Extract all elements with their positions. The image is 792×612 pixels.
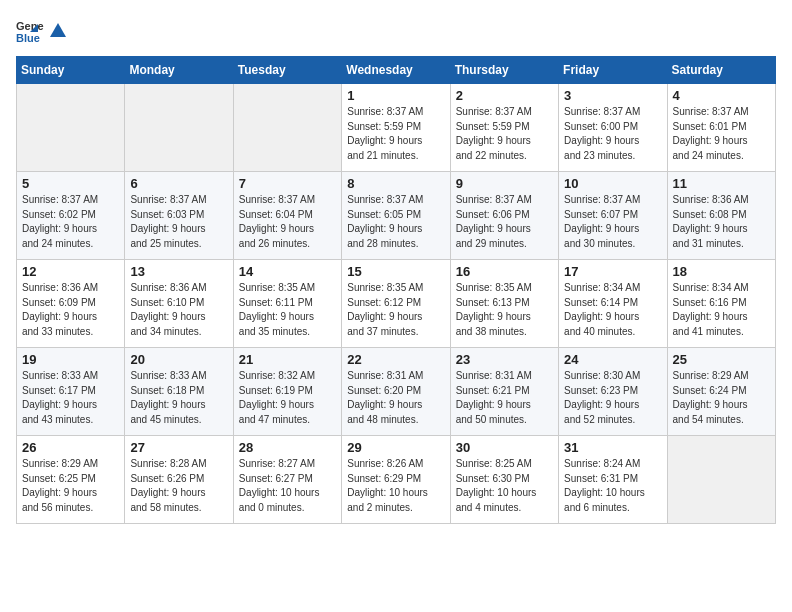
day-info: Sunrise: 8:37 AM Sunset: 6:04 PM Dayligh… (239, 193, 336, 251)
day-cell: 18Sunrise: 8:34 AM Sunset: 6:16 PM Dayli… (667, 260, 775, 348)
day-info: Sunrise: 8:34 AM Sunset: 6:14 PM Dayligh… (564, 281, 661, 339)
day-header-row: SundayMondayTuesdayWednesdayThursdayFrid… (17, 57, 776, 84)
day-cell: 30Sunrise: 8:25 AM Sunset: 6:30 PM Dayli… (450, 436, 558, 524)
day-cell (233, 84, 341, 172)
day-header-sunday: Sunday (17, 57, 125, 84)
day-cell: 22Sunrise: 8:31 AM Sunset: 6:20 PM Dayli… (342, 348, 450, 436)
day-number: 14 (239, 264, 336, 279)
week-row-2: 5Sunrise: 8:37 AM Sunset: 6:02 PM Daylig… (17, 172, 776, 260)
day-info: Sunrise: 8:36 AM Sunset: 6:10 PM Dayligh… (130, 281, 227, 339)
day-header-friday: Friday (559, 57, 667, 84)
week-row-4: 19Sunrise: 8:33 AM Sunset: 6:17 PM Dayli… (17, 348, 776, 436)
day-info: Sunrise: 8:37 AM Sunset: 5:59 PM Dayligh… (456, 105, 553, 163)
logo: General Blue (16, 16, 68, 44)
day-info: Sunrise: 8:29 AM Sunset: 6:24 PM Dayligh… (673, 369, 770, 427)
day-cell: 1Sunrise: 8:37 AM Sunset: 5:59 PM Daylig… (342, 84, 450, 172)
day-number: 11 (673, 176, 770, 191)
day-number: 4 (673, 88, 770, 103)
svg-text:General: General (16, 20, 44, 32)
day-info: Sunrise: 8:24 AM Sunset: 6:31 PM Dayligh… (564, 457, 661, 515)
day-header-thursday: Thursday (450, 57, 558, 84)
logo-icon: General Blue (16, 16, 44, 44)
day-cell: 13Sunrise: 8:36 AM Sunset: 6:10 PM Dayli… (125, 260, 233, 348)
day-number: 16 (456, 264, 553, 279)
day-cell: 12Sunrise: 8:36 AM Sunset: 6:09 PM Dayli… (17, 260, 125, 348)
day-number: 5 (22, 176, 119, 191)
day-cell: 28Sunrise: 8:27 AM Sunset: 6:27 PM Dayli… (233, 436, 341, 524)
day-info: Sunrise: 8:37 AM Sunset: 6:02 PM Dayligh… (22, 193, 119, 251)
day-cell: 5Sunrise: 8:37 AM Sunset: 6:02 PM Daylig… (17, 172, 125, 260)
day-cell: 10Sunrise: 8:37 AM Sunset: 6:07 PM Dayli… (559, 172, 667, 260)
day-info: Sunrise: 8:36 AM Sunset: 6:09 PM Dayligh… (22, 281, 119, 339)
day-cell: 15Sunrise: 8:35 AM Sunset: 6:12 PM Dayli… (342, 260, 450, 348)
day-cell: 17Sunrise: 8:34 AM Sunset: 6:14 PM Dayli… (559, 260, 667, 348)
day-info: Sunrise: 8:37 AM Sunset: 6:06 PM Dayligh… (456, 193, 553, 251)
page-header: General Blue (16, 16, 776, 44)
day-info: Sunrise: 8:35 AM Sunset: 6:12 PM Dayligh… (347, 281, 444, 339)
day-cell: 29Sunrise: 8:26 AM Sunset: 6:29 PM Dayli… (342, 436, 450, 524)
day-number: 19 (22, 352, 119, 367)
calendar-table: SundayMondayTuesdayWednesdayThursdayFrid… (16, 56, 776, 524)
day-info: Sunrise: 8:29 AM Sunset: 6:25 PM Dayligh… (22, 457, 119, 515)
day-number: 31 (564, 440, 661, 455)
day-info: Sunrise: 8:27 AM Sunset: 6:27 PM Dayligh… (239, 457, 336, 515)
day-info: Sunrise: 8:32 AM Sunset: 6:19 PM Dayligh… (239, 369, 336, 427)
day-number: 23 (456, 352, 553, 367)
day-number: 29 (347, 440, 444, 455)
day-header-wednesday: Wednesday (342, 57, 450, 84)
day-number: 27 (130, 440, 227, 455)
day-number: 1 (347, 88, 444, 103)
day-number: 9 (456, 176, 553, 191)
day-cell: 19Sunrise: 8:33 AM Sunset: 6:17 PM Dayli… (17, 348, 125, 436)
week-row-5: 26Sunrise: 8:29 AM Sunset: 6:25 PM Dayli… (17, 436, 776, 524)
day-info: Sunrise: 8:37 AM Sunset: 6:03 PM Dayligh… (130, 193, 227, 251)
day-number: 10 (564, 176, 661, 191)
day-header-monday: Monday (125, 57, 233, 84)
day-info: Sunrise: 8:28 AM Sunset: 6:26 PM Dayligh… (130, 457, 227, 515)
day-number: 22 (347, 352, 444, 367)
week-row-1: 1Sunrise: 8:37 AM Sunset: 5:59 PM Daylig… (17, 84, 776, 172)
day-number: 3 (564, 88, 661, 103)
day-number: 26 (22, 440, 119, 455)
day-cell: 11Sunrise: 8:36 AM Sunset: 6:08 PM Dayli… (667, 172, 775, 260)
day-number: 12 (22, 264, 119, 279)
day-cell (125, 84, 233, 172)
day-number: 20 (130, 352, 227, 367)
day-info: Sunrise: 8:37 AM Sunset: 6:00 PM Dayligh… (564, 105, 661, 163)
day-info: Sunrise: 8:25 AM Sunset: 6:30 PM Dayligh… (456, 457, 553, 515)
day-info: Sunrise: 8:35 AM Sunset: 6:13 PM Dayligh… (456, 281, 553, 339)
day-info: Sunrise: 8:37 AM Sunset: 6:01 PM Dayligh… (673, 105, 770, 163)
day-cell: 26Sunrise: 8:29 AM Sunset: 6:25 PM Dayli… (17, 436, 125, 524)
day-number: 24 (564, 352, 661, 367)
day-cell: 6Sunrise: 8:37 AM Sunset: 6:03 PM Daylig… (125, 172, 233, 260)
svg-marker-3 (50, 23, 66, 37)
day-number: 28 (239, 440, 336, 455)
day-number: 2 (456, 88, 553, 103)
day-cell: 25Sunrise: 8:29 AM Sunset: 6:24 PM Dayli… (667, 348, 775, 436)
day-info: Sunrise: 8:33 AM Sunset: 6:17 PM Dayligh… (22, 369, 119, 427)
day-cell: 20Sunrise: 8:33 AM Sunset: 6:18 PM Dayli… (125, 348, 233, 436)
day-cell: 14Sunrise: 8:35 AM Sunset: 6:11 PM Dayli… (233, 260, 341, 348)
day-number: 21 (239, 352, 336, 367)
day-cell: 2Sunrise: 8:37 AM Sunset: 5:59 PM Daylig… (450, 84, 558, 172)
week-row-3: 12Sunrise: 8:36 AM Sunset: 6:09 PM Dayli… (17, 260, 776, 348)
day-cell: 16Sunrise: 8:35 AM Sunset: 6:13 PM Dayli… (450, 260, 558, 348)
day-info: Sunrise: 8:37 AM Sunset: 5:59 PM Dayligh… (347, 105, 444, 163)
day-number: 8 (347, 176, 444, 191)
day-cell: 4Sunrise: 8:37 AM Sunset: 6:01 PM Daylig… (667, 84, 775, 172)
day-info: Sunrise: 8:26 AM Sunset: 6:29 PM Dayligh… (347, 457, 444, 515)
day-info: Sunrise: 8:31 AM Sunset: 6:21 PM Dayligh… (456, 369, 553, 427)
day-info: Sunrise: 8:37 AM Sunset: 6:05 PM Dayligh… (347, 193, 444, 251)
day-number: 13 (130, 264, 227, 279)
logo-triangle-icon (49, 21, 67, 39)
day-cell: 8Sunrise: 8:37 AM Sunset: 6:05 PM Daylig… (342, 172, 450, 260)
day-number: 18 (673, 264, 770, 279)
day-cell (17, 84, 125, 172)
day-info: Sunrise: 8:33 AM Sunset: 6:18 PM Dayligh… (130, 369, 227, 427)
day-info: Sunrise: 8:36 AM Sunset: 6:08 PM Dayligh… (673, 193, 770, 251)
day-number: 30 (456, 440, 553, 455)
day-cell: 21Sunrise: 8:32 AM Sunset: 6:19 PM Dayli… (233, 348, 341, 436)
day-cell: 23Sunrise: 8:31 AM Sunset: 6:21 PM Dayli… (450, 348, 558, 436)
day-number: 17 (564, 264, 661, 279)
day-cell: 9Sunrise: 8:37 AM Sunset: 6:06 PM Daylig… (450, 172, 558, 260)
